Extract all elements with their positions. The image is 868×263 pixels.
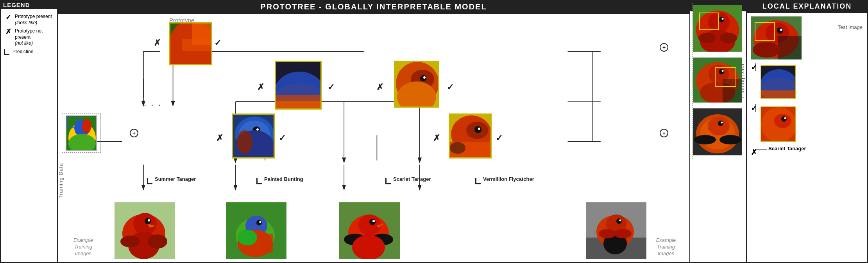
example-label-right: ExampleTrainingImages xyxy=(648,237,684,257)
svg-rect-38 xyxy=(192,23,212,45)
svg-marker-22 xyxy=(141,185,145,191)
dots-label: . . . xyxy=(144,98,162,108)
leaf-pred-summer xyxy=(147,177,153,184)
local-title: LOCAL EXPLANATION xyxy=(747,1,867,13)
svg-point-61 xyxy=(237,130,252,154)
svg-point-76 xyxy=(148,234,167,249)
plus-circle-right-2: + xyxy=(660,43,668,52)
legend-panel: LEGEND ✓ Prototype present(looks like) ✗… xyxy=(0,0,58,263)
example-label-left: ExampleTrainingImages xyxy=(66,237,101,257)
leaf-pred-painted xyxy=(256,177,263,184)
local-check-1: ✓ xyxy=(751,63,757,72)
main-title: PROTOTREE - GLOBALLY INTERPRETABLE MODEL xyxy=(58,1,689,14)
svg-point-115 xyxy=(722,70,724,72)
main-panel: PROTOTREE - GLOBALLY INTERPRETABLE MODEL xyxy=(58,0,690,263)
svg-point-83 xyxy=(238,230,257,245)
svg-point-73 xyxy=(148,219,150,222)
svg-point-141 xyxy=(784,117,786,119)
local-final-class: Scarlet Tanager xyxy=(768,146,806,151)
svg-marker-32 xyxy=(342,157,346,163)
svg-point-114 xyxy=(719,69,724,74)
proto-box-right xyxy=(394,61,439,108)
svg-rect-136 xyxy=(761,90,796,99)
proto-box-middle xyxy=(275,61,322,110)
svg-point-129 xyxy=(777,27,783,34)
svg-point-65 xyxy=(474,126,481,133)
local-explanation-panel: LOCAL EXPLANATION Test Image ✓ ✓ xyxy=(747,0,868,263)
proto-box-top xyxy=(169,22,212,65)
leaf-label-vermillion: Vermillion Flycatcher xyxy=(483,176,534,182)
svg-point-107 xyxy=(722,18,724,20)
svg-point-98 xyxy=(619,220,621,222)
svg-point-89 xyxy=(372,220,375,222)
svg-point-81 xyxy=(260,221,261,223)
local-arrow-1 xyxy=(755,63,756,71)
cross-mark-4: ✗ xyxy=(216,133,223,143)
svg-point-110 xyxy=(720,33,737,43)
svg-point-59 xyxy=(256,128,259,131)
test-image xyxy=(751,16,802,59)
check-mark-3: ✓ xyxy=(447,82,454,92)
leaf-pred-scarlet xyxy=(385,177,392,184)
pred-symbol-summer xyxy=(147,178,152,184)
svg-point-88 xyxy=(369,219,376,225)
test-image-label: Test Image xyxy=(838,24,863,30)
legend-item-prediction: Prediction xyxy=(4,49,54,55)
cross-mark-5: ✗ xyxy=(433,133,440,143)
svg-rect-84 xyxy=(261,234,273,253)
legend-prototype-present-text: Prototype present(looks like) xyxy=(15,14,52,26)
svg-point-122 xyxy=(718,121,723,126)
right-bird-1 xyxy=(693,5,742,52)
svg-point-48 xyxy=(423,76,426,79)
svg-point-80 xyxy=(256,220,262,225)
svg-point-102 xyxy=(614,229,632,238)
svg-marker-33 xyxy=(418,157,422,163)
svg-point-75 xyxy=(120,236,140,247)
leaf-label-painted: Painted Bunting xyxy=(264,176,303,182)
local-arrow-final xyxy=(757,149,767,150)
training-data-label-left: Training Data xyxy=(58,159,64,198)
right-bird-2 xyxy=(693,58,742,103)
check-mark-1: ✓ xyxy=(214,38,221,48)
leaf-pred-vermillion xyxy=(475,177,481,184)
svg-rect-131 xyxy=(778,36,802,59)
example-painted-bunting xyxy=(226,202,286,259)
svg-point-124 xyxy=(694,135,716,144)
main-content: Prototype ✗ ✓ . . . xyxy=(58,14,689,261)
svg-point-54 xyxy=(82,119,91,133)
svg-point-130 xyxy=(780,29,782,31)
legend-title: LEGEND xyxy=(1,1,57,9)
local-check-2: ✓ xyxy=(751,103,757,113)
check-mark-2: ✓ xyxy=(328,82,335,92)
right-bird-3 xyxy=(693,108,742,155)
cross-mark-3: ✗ xyxy=(376,82,383,92)
legend-item-prototype-absent: ✗ Prototype not present(not like) xyxy=(4,28,54,47)
svg-point-66 xyxy=(478,128,480,130)
pred-symbol-scarlet xyxy=(385,178,391,184)
local-cross-final: ✗ xyxy=(751,148,757,157)
cross-symbol: ✗ xyxy=(4,28,13,35)
svg-point-101 xyxy=(599,229,616,238)
plus-circle-left: + xyxy=(130,129,138,137)
svg-point-100 xyxy=(607,241,623,253)
svg-point-125 xyxy=(719,135,741,144)
right-training-panel: Training Data xyxy=(690,0,747,263)
legend-prediction-text: Prediction xyxy=(13,49,33,55)
training-bird-left xyxy=(66,115,97,151)
svg-point-92 xyxy=(352,235,385,259)
svg-point-97 xyxy=(616,218,622,224)
svg-point-109 xyxy=(698,33,716,43)
svg-point-123 xyxy=(721,122,723,124)
legend-item-prototype-present: ✓ Prototype present(looks like) xyxy=(4,14,54,26)
svg-rect-43 xyxy=(276,101,322,110)
svg-point-72 xyxy=(145,218,151,224)
prediction-symbol xyxy=(4,49,9,55)
check-mark-5: ✓ xyxy=(496,133,503,143)
svg-point-71 xyxy=(133,213,157,235)
example-summer-tanager xyxy=(115,202,175,259)
right-training-label: Training Data xyxy=(739,13,745,150)
svg-marker-24 xyxy=(233,185,237,191)
svg-point-47 xyxy=(420,75,426,81)
cross-mark-2: ✗ xyxy=(257,82,264,92)
svg-point-121 xyxy=(708,117,730,135)
